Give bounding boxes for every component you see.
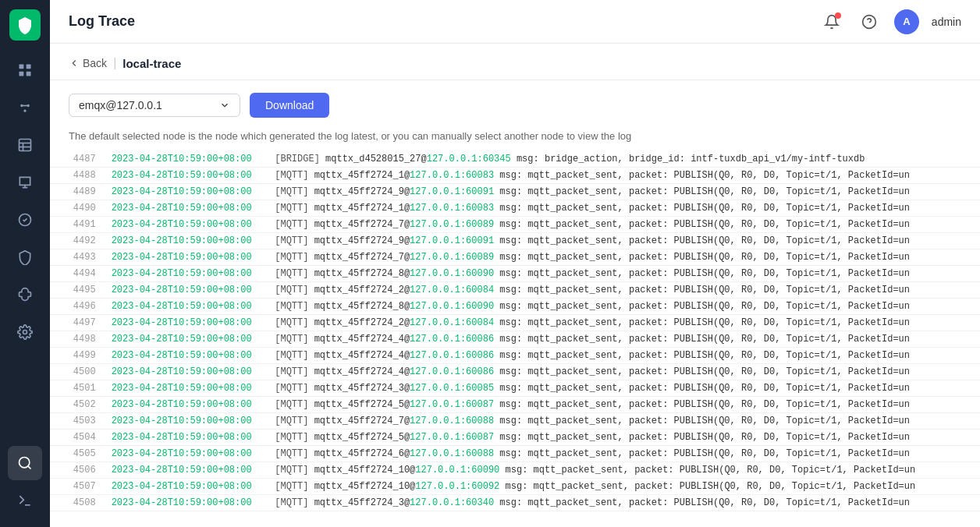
sidebar-item-dashboard[interactable]: [8, 53, 42, 87]
log-message: [MQTT] mqttx_45ff2724_7@127.0.0.1:60089 …: [272, 249, 980, 266]
log-row: 4497 2023-04-28T10:59:00+08:00 [MQTT] mq…: [50, 315, 980, 331]
log-line-number: 4488: [50, 168, 105, 184]
controls-bar: emqx@127.0.0.1 Download: [50, 80, 980, 130]
log-timestamp: 2023-04-28T10:59:00+08:00: [105, 315, 272, 331]
svg-rect-2: [20, 72, 24, 76]
log-row: 4488 2023-04-28T10:59:00+08:00 [MQTT] mq…: [50, 168, 980, 184]
log-message: [MQTT] mqttx_45ff2724_2@127.0.0.1:60084 …: [272, 315, 980, 331]
log-timestamp: 2023-04-28T10:59:00+08:00: [105, 430, 272, 446]
download-button[interactable]: Download: [250, 93, 329, 118]
sidebar-item-connections[interactable]: [8, 90, 42, 125]
log-timestamp: 2023-04-28T10:59:00+08:00: [105, 380, 272, 397]
log-row: 4489 2023-04-28T10:59:00+08:00 [MQTT] mq…: [50, 184, 980, 200]
log-message: [MQTT] mqttx_45ff2724_2@127.0.0.1:60084 …: [272, 282, 980, 299]
help-icon[interactable]: [857, 9, 882, 34]
log-message: [MQTT] mqttx_45ff2724_9@127.0.0.1:60091 …: [272, 184, 980, 200]
log-row: 4487 2023-04-28T10:59:00+08:00 [BRIDGE] …: [50, 151, 980, 168]
log-row: 4506 2023-04-28T10:59:00+08:00 [MQTT] mq…: [50, 462, 980, 479]
log-row: 4499 2023-04-28T10:59:00+08:00 [MQTT] mq…: [50, 348, 980, 364]
log-message: [MQTT] mqttx_45ff2724_7@127.0.0.1:60088 …: [272, 413, 980, 430]
log-timestamp: 2023-04-28T10:59:00+08:00: [105, 364, 272, 380]
breadcrumb-separator: |: [113, 56, 116, 70]
chevron-down-icon: [219, 100, 230, 111]
svg-rect-0: [20, 65, 24, 69]
log-row: 4508 2023-04-28T10:59:00+08:00 [MQTT] mq…: [50, 495, 980, 511]
log-line-number: 4507: [50, 479, 105, 495]
page-title: Log Trace: [69, 13, 135, 30]
log-container[interactable]: 4487 2023-04-28T10:59:00+08:00 [BRIDGE] …: [50, 151, 980, 527]
log-table: 4487 2023-04-28T10:59:00+08:00 [BRIDGE] …: [50, 151, 980, 511]
sidebar: [0, 0, 50, 527]
log-message: [MQTT] mqttx_45ff2724_4@127.0.0.1:60086 …: [272, 348, 980, 364]
log-timestamp: 2023-04-28T10:59:00+08:00: [105, 168, 272, 184]
log-line-number: 4506: [50, 462, 105, 479]
node-selector[interactable]: emqx@127.0.0.1: [69, 94, 240, 117]
log-message: [MQTT] mqttx_45ff2724_10@127.0.0.1:60092…: [272, 479, 980, 495]
notification-dot: [835, 12, 841, 19]
log-line-number: 4493: [50, 249, 105, 266]
log-row: 4504 2023-04-28T10:59:00+08:00 [MQTT] mq…: [50, 430, 980, 446]
log-line-number: 4503: [50, 413, 105, 430]
notification-bell[interactable]: [819, 9, 844, 34]
log-line-number: 4492: [50, 233, 105, 249]
log-line-number: 4501: [50, 380, 105, 397]
log-timestamp: 2023-04-28T10:59:00+08:00: [105, 446, 272, 462]
svg-line-12: [28, 466, 31, 469]
page-header: Log Trace A admin: [50, 0, 980, 44]
log-timestamp: 2023-04-28T10:59:00+08:00: [105, 397, 272, 413]
svg-point-11: [20, 458, 30, 468]
admin-label: admin: [932, 16, 961, 28]
log-line-number: 4487: [50, 151, 105, 168]
log-message: [MQTT] mqttx_45ff2724_10@127.0.0.1:60090…: [272, 462, 980, 479]
top-bar: Back | local-trace: [50, 44, 980, 80]
log-message: [MQTT] mqttx_45ff2724_3@127.0.0.1:60085 …: [272, 380, 980, 397]
log-row: 4496 2023-04-28T10:59:00+08:00 [MQTT] mq…: [50, 299, 980, 315]
log-message: [MQTT] mqttx_45ff2724_3@127.0.0.1:60340 …: [272, 495, 980, 511]
sidebar-item-settings[interactable]: [8, 315, 42, 349]
log-line-number: 4491: [50, 217, 105, 233]
log-row: 4505 2023-04-28T10:59:00+08:00 [MQTT] mq…: [50, 446, 980, 462]
log-message: [BRIDGE] mqttx_d4528015_27@127.0.0.1:603…: [272, 151, 980, 168]
log-line-number: 4504: [50, 430, 105, 446]
log-message: [MQTT] mqttx_45ff2724_7@127.0.0.1:60089 …: [272, 217, 980, 233]
log-line-number: 4499: [50, 348, 105, 364]
avatar[interactable]: A: [894, 9, 919, 34]
svg-rect-3: [27, 72, 31, 76]
log-message: [MQTT] mqttx_45ff2724_4@127.0.0.1:60086 …: [272, 331, 980, 348]
log-row: 4507 2023-04-28T10:59:00+08:00 [MQTT] mq…: [50, 479, 980, 495]
log-line-number: 4496: [50, 299, 105, 315]
log-line-number: 4497: [50, 315, 105, 331]
log-row: 4495 2023-04-28T10:59:00+08:00 [MQTT] mq…: [50, 282, 980, 299]
log-timestamp: 2023-04-28T10:59:00+08:00: [105, 299, 272, 315]
sidebar-item-subscriptions[interactable]: [8, 165, 42, 200]
sidebar-item-security[interactable]: [8, 240, 42, 274]
log-timestamp: 2023-04-28T10:59:00+08:00: [105, 331, 272, 348]
back-button[interactable]: Back: [69, 57, 107, 69]
sidebar-item-retained[interactable]: [8, 128, 42, 162]
content-area: Back | local-trace emqx@127.0.0.1 Downlo…: [50, 44, 980, 527]
log-row: 4492 2023-04-28T10:59:00+08:00 [MQTT] mq…: [50, 233, 980, 249]
sidebar-item-extensions[interactable]: [8, 278, 42, 312]
node-value: emqx@127.0.0.1: [79, 99, 162, 111]
log-message: [MQTT] mqttx_45ff2724_9@127.0.0.1:60091 …: [272, 233, 980, 249]
log-line-number: 4495: [50, 282, 105, 299]
log-message: [MQTT] mqttx_45ff2724_4@127.0.0.1:60086 …: [272, 364, 980, 380]
log-message: [MQTT] mqttx_45ff2724_5@127.0.0.1:60087 …: [272, 430, 980, 446]
sidebar-item-diagnose[interactable]: [8, 446, 42, 480]
log-timestamp: 2023-04-28T10:59:00+08:00: [105, 495, 272, 511]
hint-text: The default selected node is the node wh…: [50, 130, 980, 151]
log-message: [MQTT] mqttx_45ff2724_8@127.0.0.1:60090 …: [272, 266, 980, 282]
sidebar-item-rules[interactable]: [8, 203, 42, 237]
log-timestamp: 2023-04-28T10:59:00+08:00: [105, 200, 272, 217]
log-row: 4498 2023-04-28T10:59:00+08:00 [MQTT] mq…: [50, 331, 980, 348]
log-line-number: 4500: [50, 364, 105, 380]
sidebar-item-tools[interactable]: [8, 483, 42, 518]
log-timestamp: 2023-04-28T10:59:00+08:00: [105, 184, 272, 200]
log-message: [MQTT] mqttx_45ff2724_6@127.0.0.1:60088 …: [272, 446, 980, 462]
log-row: 4490 2023-04-28T10:59:00+08:00 [MQTT] mq…: [50, 200, 980, 217]
breadcrumb-page-name: local-trace: [123, 57, 181, 70]
header-actions: A admin: [819, 9, 961, 34]
log-timestamp: 2023-04-28T10:59:00+08:00: [105, 266, 272, 282]
log-line-number: 4502: [50, 397, 105, 413]
log-timestamp: 2023-04-28T10:59:00+08:00: [105, 233, 272, 249]
